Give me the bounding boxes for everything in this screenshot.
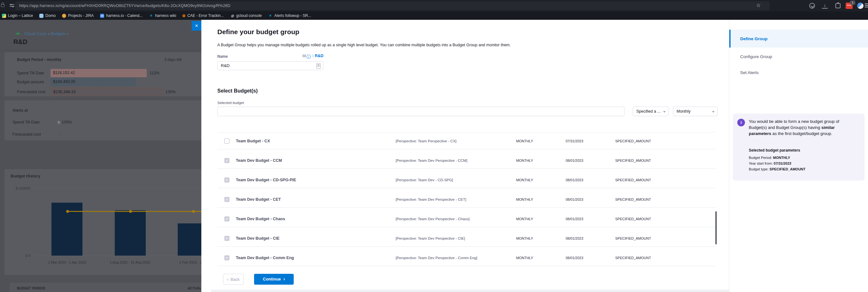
url-text[interactable]: https://app.harness.io/ng/account/wFHXHD…: [19, 0, 230, 11]
menu-icon[interactable]: [865, 3, 868, 8]
row-checkbox[interactable]: [224, 177, 229, 183]
actual-column: ACTUAL: [188, 287, 202, 290]
downloads-icon[interactable]: ↓: [822, 2, 828, 9]
scrollbar[interactable]: [715, 211, 717, 245]
bookmark-item[interactable]: 31harness.io - Calend...: [100, 13, 143, 18]
info-bubble-icon: i: [737, 119, 745, 126]
breadcrumb-cloud-costs[interactable]: Cloud Costs: [24, 31, 47, 36]
budget-row[interactable]: Team Dev Budget - CCM [Perspective: Team…: [217, 152, 716, 169]
password-manager-badge: 1: [850, 1, 855, 5]
bookmark-item[interactable]: ×Alerts followup - SR...: [268, 13, 311, 18]
bell-icon: [58, 121, 60, 123]
info-icon[interactable]: i: [307, 54, 311, 59]
forecast-bar: $135,348.33: [51, 88, 162, 96]
budget-name: Team Dev Budget - CIE: [236, 236, 280, 241]
budget-history-plot: [4, 188, 202, 256]
budget-name: Team Dev Budget - CCM: [236, 158, 282, 163]
background-page: ☁ Cloud Costs › Budgets › R&D Budget Per…: [0, 20, 202, 292]
budget-type-dropdown[interactable]: Specified a ...: [633, 107, 669, 116]
back-button[interactable]: ‹Back: [223, 274, 244, 285]
calendar-favicon: 31: [100, 14, 104, 18]
divider: [0, 50, 199, 50]
divider: [217, 132, 716, 133]
name-input[interactable]: R&D: [217, 61, 323, 70]
page-title: R&D: [13, 38, 27, 46]
budget-start-date: 08/01/2023: [566, 217, 583, 221]
budget-amount-label: Budget amount: [17, 80, 44, 84]
pocket-icon[interactable]: [809, 3, 815, 9]
bookmark-item[interactable]: Projects - JIRA: [62, 13, 94, 18]
budget-period: MONTHLY: [516, 158, 533, 162]
harness-favicon: ×: [149, 14, 153, 18]
bookmark-item[interactable]: Domo: [39, 13, 56, 18]
budget-row[interactable]: Team Dev Budget - Comm Eng [Perspective:…: [217, 250, 716, 266]
budget-group-modal: Define your budget group A Budget Group …: [202, 20, 868, 292]
chevron-down-icon: [663, 111, 666, 113]
budget-start-date: 08/01/2023: [566, 236, 583, 240]
breadcrumb-budgets[interactable]: Budgets: [51, 31, 66, 36]
budget-type: SPECIFIED_AMOUNT: [615, 158, 651, 162]
bookmark-item[interactable]: ×harness wiki: [149, 13, 176, 18]
alerts-spend-label: Spend Till Date: [12, 120, 40, 124]
alerts-forecast-value: -: [59, 132, 60, 137]
bookmarks-bar: Login – Lattice Domo Projects - JIRA 31h…: [0, 11, 868, 20]
budget-period-dropdown[interactable]: Monthly: [673, 107, 717, 116]
budget-row[interactable]: Team Budget - CX [Perspective: Team Pers…: [217, 133, 716, 149]
x-tick-label: 1 Aug 2022 - 31 Aug 2022: [98, 260, 162, 264]
budget-period: MONTHLY: [516, 236, 533, 240]
alerts-at-label: Alerts at: [12, 108, 28, 113]
permissions-icon[interactable]: [9, 4, 14, 7]
row-checkbox[interactable]: [224, 158, 229, 163]
selected-budget-input[interactable]: [217, 107, 624, 116]
account-icon[interactable]: [857, 3, 864, 9]
row-checkbox[interactable]: [224, 255, 229, 260]
alerts-spend-value: 100%: [58, 120, 72, 124]
step-set-alerts[interactable]: Set Alerts: [740, 70, 759, 75]
bookmark-item[interactable]: Login – Lattice: [2, 13, 33, 18]
param-budget-period: Budget Period: MONTHLY: [749, 156, 790, 159]
bookmark-star-icon[interactable]: ☆: [756, 2, 761, 8]
row-checkbox[interactable]: [224, 216, 229, 221]
step-define-group[interactable]: Define Group: [740, 36, 768, 41]
budget-name: Team Dev Budget - Chaos: [236, 217, 285, 221]
budget-type: SPECIFIED_AMOUNT: [615, 197, 651, 202]
budget-type: SPECIFIED_AMOUNT: [615, 178, 651, 182]
budget-row[interactable]: Team Dev Budget - Chaos [Perspective: Te…: [217, 211, 716, 227]
budget-perspective: [Perspective: Team Dev Perspective - Cha…: [396, 217, 469, 221]
row-checkbox[interactable]: [224, 236, 229, 241]
budget-perspective: [Perspective: Team Dev Perspective - Com…: [396, 256, 477, 260]
budget-row[interactable]: Team Dev Budget - CIE [Perspective: Team…: [217, 230, 716, 247]
lattice-favicon: [2, 14, 6, 18]
edit-icon[interactable]: [316, 63, 320, 69]
chevron-down-icon: [712, 111, 715, 113]
row-checkbox[interactable]: [224, 197, 229, 202]
row-checkbox[interactable]: [224, 139, 229, 144]
close-icon[interactable]: ×: [192, 21, 202, 31]
bookmark-item[interactable]: CAE - Error Trackin...: [183, 13, 224, 18]
step-configure-group[interactable]: Configure Group: [740, 54, 772, 59]
cloud-costs-icon: ☁: [15, 29, 21, 36]
budget-line-point: [192, 210, 195, 213]
x-tick-label: 1 Mar 2023 - 1 Apr 2023: [35, 260, 99, 264]
budget-type: SPECIFIED_AMOUNT: [615, 217, 651, 221]
days-left-label: 3 days left: [164, 58, 182, 62]
budget-period-card: Budget Period - monthly 3 days left Spen…: [4, 52, 202, 96]
forecast-pct: 130%: [165, 90, 176, 94]
extension-icon[interactable]: [835, 3, 840, 8]
budget-period: MONTHLY: [516, 197, 533, 202]
budget-perspective: [Perspective: Team Dev Perspective - CIE…: [396, 236, 465, 240]
budget-period: MONTHLY: [516, 139, 533, 143]
modal-title: Define your budget group: [217, 28, 300, 36]
budget-period: MONTHLY: [516, 256, 533, 260]
budget-start-date: 07/31/2023: [566, 139, 583, 143]
budget-row[interactable]: Team Dev Budget - CD-SPG-PIE [Perspectiv…: [217, 172, 716, 188]
budget-type: SPECIFIED_AMOUNT: [615, 256, 651, 260]
budget-start-date: 08/01/2023: [566, 197, 583, 202]
gridline: [34, 188, 202, 189]
continue-button[interactable]: Continue›: [254, 274, 294, 285]
budget-start-date: 08/01/2023: [566, 256, 583, 260]
bookmark-item[interactable]: ⊕gcloud console: [230, 13, 262, 18]
harness-favicon: ×: [268, 14, 272, 18]
budget-line: [67, 211, 202, 212]
budget-row[interactable]: Team Dev Budget - CET [Perspective: Team…: [217, 191, 716, 208]
